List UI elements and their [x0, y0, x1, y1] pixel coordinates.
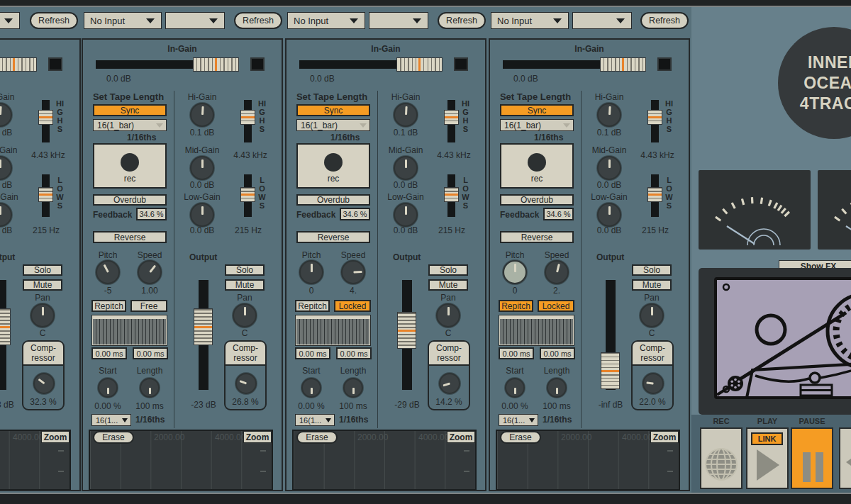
grain-multislider[interactable]	[499, 315, 574, 346]
feedback-value[interactable]: 34.6 %	[543, 208, 574, 220]
mid-gain-knob[interactable]	[190, 156, 214, 180]
output-fader-handle[interactable]	[601, 352, 620, 389]
output-fader-handle[interactable]	[0, 308, 11, 345]
compressor-button[interactable]: Comp-ressor	[226, 342, 265, 366]
lows-slider-handle[interactable]	[240, 187, 255, 202]
output-routing-dropdown[interactable]	[0, 12, 20, 29]
in-gain-slider-handle[interactable]	[600, 57, 646, 72]
start-knob[interactable]	[98, 378, 118, 398]
compressor-knob[interactable]	[235, 373, 257, 394]
delay-ms-value[interactable]: 0.00 ms	[91, 347, 127, 359]
highs-slider-handle[interactable]	[240, 110, 255, 125]
low-gain-knob[interactable]	[0, 203, 12, 227]
compressor-knob[interactable]	[439, 373, 460, 394]
delay-ms-value[interactable]: 0.00 ms	[336, 347, 372, 359]
overdub-button[interactable]: Overdub	[500, 194, 574, 206]
reverse-button[interactable]: Reverse	[500, 231, 574, 243]
repitch-toggle[interactable]: Repitch	[499, 300, 533, 312]
input-monitor-toggle[interactable]	[48, 57, 62, 71]
compressor-button[interactable]: Comp-ressor	[429, 342, 469, 366]
waveform-display[interactable]: 2000.00 4000.00 Erase Zoom	[89, 430, 273, 491]
output-fader-handle[interactable]	[194, 308, 213, 345]
solo-button[interactable]: Solo	[225, 264, 265, 276]
zoom-button[interactable]: Zoom	[447, 431, 475, 443]
highs-slider-handle[interactable]	[647, 110, 662, 125]
in-gain-value[interactable]: 0.0 dB	[513, 74, 538, 84]
solo-button[interactable]: Solo	[428, 264, 468, 276]
pitch-knob[interactable]	[503, 260, 527, 284]
hi-gain-knob[interactable]	[0, 103, 12, 127]
solo-button[interactable]: Solo	[23, 264, 62, 276]
play-button[interactable]: LINK	[746, 427, 789, 489]
rec-toggle-button[interactable]: rec	[296, 143, 370, 189]
input-monitor-toggle[interactable]	[454, 57, 468, 71]
speed-knob[interactable]	[545, 260, 569, 284]
compressor-knob[interactable]	[33, 373, 55, 394]
feedback-value[interactable]: 34.6 %	[136, 208, 167, 220]
pan-knob[interactable]	[233, 303, 257, 327]
delay-ms-value[interactable]: 0.00 ms	[499, 347, 534, 359]
zoom-button[interactable]: Zoom	[650, 431, 679, 443]
mute-button[interactable]: Mute	[23, 279, 62, 291]
waveform-display[interactable]: 2000.00 4000.00 Erase Zoom	[292, 430, 477, 491]
sync-button[interactable]: Sync	[93, 104, 167, 116]
refresh-button[interactable]: Refresh	[438, 12, 486, 29]
lows-slider-handle[interactable]	[444, 187, 459, 202]
in-gain-slider-handle[interactable]	[396, 57, 443, 72]
erase-button[interactable]: Erase	[93, 431, 134, 444]
input-routing-dropdown[interactable]: No Input	[491, 12, 569, 29]
grain-multislider[interactable]	[91, 315, 167, 346]
erase-button[interactable]: Erase	[296, 431, 338, 444]
tape-length-dropdown[interactable]: 16(1_bar)	[296, 119, 370, 131]
quantize-dropdown[interactable]: 16(1...	[499, 414, 538, 426]
hi-gain-knob[interactable]	[190, 103, 214, 127]
delay-ms-value[interactable]: 0.00 ms	[540, 347, 575, 359]
pause-button[interactable]	[791, 427, 833, 489]
link-button[interactable]: LINK	[751, 432, 783, 445]
waveform-display[interactable]: 2000.00 4000.00 Erase Zoom	[496, 430, 680, 491]
repitch-toggle[interactable]: Repitch	[91, 300, 126, 312]
speed-mode-toggle[interactable]: Locked	[334, 300, 371, 312]
input-monitor-toggle[interactable]	[657, 57, 672, 71]
channel-routing-dropdown[interactable]	[165, 12, 225, 29]
mute-button[interactable]: Mute	[225, 279, 265, 291]
in-gain-value[interactable]: 0.0 dB	[106, 74, 131, 84]
pan-knob[interactable]	[640, 303, 664, 327]
delay-ms-value[interactable]: 0.00 ms	[295, 347, 330, 359]
mid-gain-knob[interactable]	[394, 156, 418, 180]
input-monitor-toggle[interactable]	[250, 57, 265, 71]
overdub-button[interactable]: Overdub	[93, 194, 167, 206]
pitch-knob[interactable]	[96, 260, 120, 284]
channel-routing-dropdown[interactable]	[369, 12, 428, 29]
reverse-button[interactable]: Reverse	[296, 231, 370, 243]
output-fader-handle[interactable]	[397, 312, 416, 349]
mid-gain-knob[interactable]	[597, 156, 621, 180]
in-gain-slider-handle[interactable]	[0, 57, 37, 72]
solo-button[interactable]: Solo	[632, 264, 672, 276]
length-knob[interactable]	[140, 378, 160, 398]
input-routing-dropdown[interactable]: No Input	[84, 12, 162, 29]
low-gain-knob[interactable]	[597, 203, 621, 227]
refresh-button[interactable]: Refresh	[30, 12, 78, 29]
waveform-display[interactable]: 2000.00 4000.00 Erase Zoom	[0, 430, 71, 491]
compressor-button[interactable]: Comp-ressor	[23, 342, 63, 366]
hi-gain-knob[interactable]	[394, 103, 418, 127]
in-gain-slider-handle[interactable]	[193, 57, 239, 72]
reverse-button[interactable]: Reverse	[93, 231, 167, 243]
pan-knob[interactable]	[30, 303, 55, 327]
rec-toggle-button[interactable]: rec	[93, 143, 167, 189]
in-gain-value[interactable]: 0.0 dB	[310, 74, 335, 84]
grain-multislider[interactable]	[295, 315, 371, 346]
lows-slider-handle[interactable]	[38, 187, 53, 202]
pitch-knob[interactable]	[299, 260, 323, 284]
zoom-button[interactable]: Zoom	[243, 431, 272, 443]
compressor-button[interactable]: Comp-ressor	[633, 342, 672, 366]
start-knob[interactable]	[301, 378, 321, 398]
delay-ms-value[interactable]: 0.00 ms	[133, 347, 168, 359]
mid-gain-knob[interactable]	[0, 156, 12, 180]
speed-mode-toggle[interactable]: Free	[130, 300, 167, 312]
lows-slider-handle[interactable]	[647, 187, 662, 202]
quantize-dropdown[interactable]: 16(1...	[91, 414, 131, 426]
hi-gain-knob[interactable]	[597, 103, 621, 127]
zoom-button[interactable]: Zoom	[41, 431, 69, 443]
